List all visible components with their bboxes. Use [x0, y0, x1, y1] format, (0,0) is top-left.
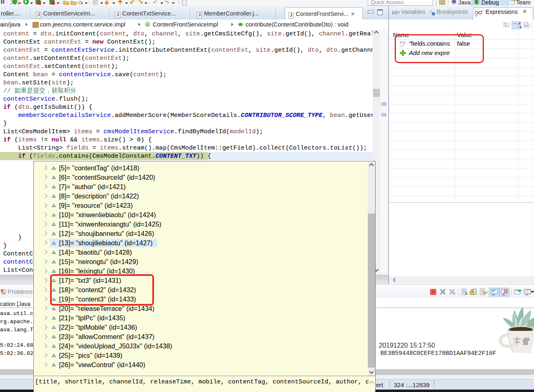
svg-text:x=: x=: [475, 14, 478, 17]
